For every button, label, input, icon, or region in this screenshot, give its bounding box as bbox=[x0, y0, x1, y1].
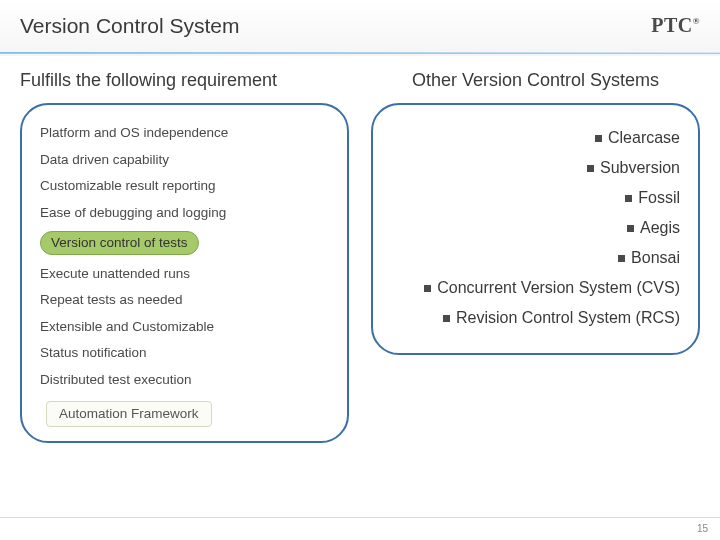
requirements-bubble: Platform and OS independence Data driven… bbox=[20, 103, 349, 443]
system-label: Bonsai bbox=[631, 249, 680, 266]
slide-title: Version Control System bbox=[20, 14, 700, 38]
system-item: Subversion bbox=[391, 159, 680, 177]
requirements-list: Platform and OS independence Data driven… bbox=[40, 122, 329, 427]
system-label: Concurrent Version System (CVS) bbox=[437, 279, 680, 296]
requirement-item: Execute unattended runs bbox=[40, 263, 329, 285]
requirement-item: Repeat tests as needed bbox=[40, 289, 329, 311]
left-column: Fulfills the following requirement Platf… bbox=[20, 70, 349, 443]
system-item: Bonsai bbox=[391, 249, 680, 267]
system-item: Concurrent Version System (CVS) bbox=[391, 279, 680, 297]
bullet-icon bbox=[424, 285, 431, 292]
framework-box: Automation Framework bbox=[40, 395, 329, 427]
system-label: Fossil bbox=[638, 189, 680, 206]
framework-label: Automation Framework bbox=[46, 401, 212, 427]
system-label: Aegis bbox=[640, 219, 680, 236]
bullet-icon bbox=[618, 255, 625, 262]
requirement-item: Distributed test execution bbox=[40, 369, 329, 391]
logo-text: PTC bbox=[651, 14, 693, 36]
left-column-title: Fulfills the following requirement bbox=[20, 70, 349, 91]
system-label: Clearcase bbox=[608, 129, 680, 146]
header-divider bbox=[0, 52, 720, 54]
requirement-item: Version control of tests bbox=[40, 228, 329, 258]
content-area: Fulfills the following requirement Platf… bbox=[0, 56, 720, 443]
requirement-item: Extensible and Customizable bbox=[40, 316, 329, 338]
requirement-item: Ease of debugging and logging bbox=[40, 202, 329, 224]
requirement-item: Status notification bbox=[40, 342, 329, 364]
right-column-title: Other Version Control Systems bbox=[371, 70, 700, 91]
bullet-icon bbox=[627, 225, 634, 232]
system-item: Fossil bbox=[391, 189, 680, 207]
right-column: Other Version Control Systems Clearcase … bbox=[371, 70, 700, 443]
system-item: Aegis bbox=[391, 219, 680, 237]
system-label: Subversion bbox=[600, 159, 680, 176]
slide: Version Control System PTC® Fulfills the… bbox=[0, 0, 720, 540]
bullet-icon bbox=[587, 165, 594, 172]
systems-bubble: Clearcase Subversion Fossil Aegis Bonsai… bbox=[371, 103, 700, 355]
system-label: Revision Control System (RCS) bbox=[456, 309, 680, 326]
requirement-item: Customizable result reporting bbox=[40, 175, 329, 197]
slide-number: 15 bbox=[697, 523, 708, 534]
system-item: Revision Control System (RCS) bbox=[391, 309, 680, 327]
logo-mark: ® bbox=[693, 16, 700, 26]
bullet-icon bbox=[443, 315, 450, 322]
slide-header: Version Control System PTC® bbox=[0, 0, 720, 56]
requirement-item: Platform and OS independence bbox=[40, 122, 329, 144]
requirement-item: Data driven capability bbox=[40, 149, 329, 171]
system-item: Clearcase bbox=[391, 129, 680, 147]
systems-list: Clearcase Subversion Fossil Aegis Bonsai… bbox=[391, 129, 680, 327]
bullet-icon bbox=[625, 195, 632, 202]
footer-divider bbox=[0, 517, 720, 518]
bullet-icon bbox=[595, 135, 602, 142]
brand-logo: PTC® bbox=[651, 14, 700, 37]
requirement-highlighted: Version control of tests bbox=[40, 231, 199, 255]
